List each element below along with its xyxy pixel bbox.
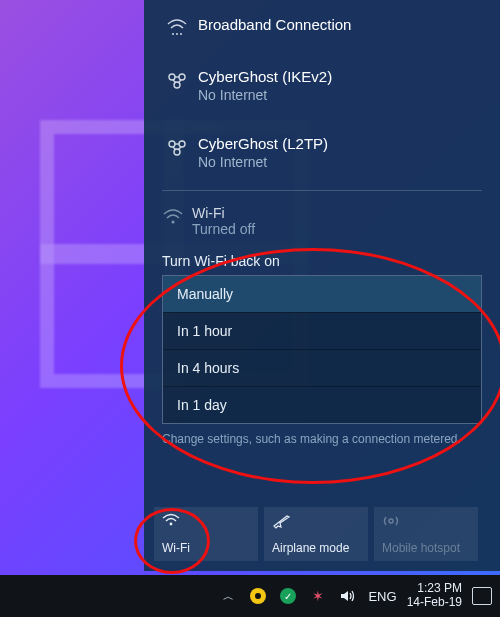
tile-wifi[interactable]: Wi-Fi bbox=[154, 507, 258, 561]
tile-mobile-hotspot[interactable]: Mobile hotspot bbox=[374, 507, 478, 561]
wifi-status-row[interactable]: Wi-Fi Turned off bbox=[144, 195, 500, 241]
svg-point-6 bbox=[169, 141, 175, 147]
svg-point-11 bbox=[389, 519, 393, 523]
wifi-title: Wi-Fi bbox=[192, 205, 255, 221]
svg-point-8 bbox=[174, 149, 180, 155]
hotspot-icon bbox=[382, 513, 470, 529]
svg-point-9 bbox=[172, 221, 175, 224]
vpn-icon bbox=[162, 135, 192, 157]
connection-status: No Internet bbox=[198, 154, 328, 170]
action-center-icon[interactable] bbox=[472, 586, 492, 606]
tile-label: Airplane mode bbox=[272, 541, 360, 555]
turn-wifi-back-on-label: Turn Wi-Fi back on bbox=[144, 241, 500, 275]
tray-app-icon[interactable] bbox=[278, 586, 298, 606]
connection-status: No Internet bbox=[198, 87, 332, 103]
option-1-hour[interactable]: In 1 hour bbox=[163, 312, 481, 349]
option-1-day[interactable]: In 1 day bbox=[163, 386, 481, 423]
wifi-status: Turned off bbox=[192, 221, 255, 237]
vpn-icon bbox=[162, 68, 192, 90]
clock-time: 1:23 PM bbox=[407, 582, 462, 596]
tray-app-icon[interactable] bbox=[248, 586, 268, 606]
connection-name: Broadband Connection bbox=[198, 16, 351, 33]
language-indicator[interactable]: ENG bbox=[368, 589, 396, 604]
tray-app-icon[interactable]: ✶ bbox=[308, 586, 328, 606]
taskbar-clock[interactable]: 1:23 PM 14-Feb-19 bbox=[407, 582, 462, 610]
tile-label: Mobile hotspot bbox=[382, 541, 470, 555]
tile-airplane-mode[interactable]: Airplane mode bbox=[264, 507, 368, 561]
connection-name: CyberGhost (IKEv2) bbox=[198, 68, 332, 85]
settings-hint: Change settings, such as making a connec… bbox=[144, 424, 500, 454]
option-4-hours[interactable]: In 4 hours bbox=[163, 349, 481, 386]
divider bbox=[162, 190, 482, 191]
connection-name: CyberGhost (L2TP) bbox=[198, 135, 328, 152]
wifi-back-on-dropdown[interactable]: Manually In 1 hour In 4 hours In 1 day bbox=[162, 275, 482, 424]
clock-date: 14-Feb-19 bbox=[407, 596, 462, 610]
taskbar: ︿ ✶ ENG 1:23 PM 14-Feb-19 bbox=[0, 575, 500, 617]
tray-overflow-icon[interactable]: ︿ bbox=[218, 586, 238, 606]
svg-point-5 bbox=[174, 82, 180, 88]
volume-icon[interactable] bbox=[338, 586, 358, 606]
connection-item[interactable]: CyberGhost (IKEv2) No Internet bbox=[144, 52, 500, 119]
wifi-off-icon bbox=[162, 205, 192, 225]
quick-action-tiles: Wi-Fi Airplane mode Mobile hotspot bbox=[154, 507, 478, 561]
connection-item[interactable]: Broadband Connection bbox=[144, 0, 500, 52]
svg-point-4 bbox=[179, 74, 185, 80]
svg-point-10 bbox=[170, 523, 173, 526]
airplane-icon bbox=[272, 513, 360, 529]
svg-point-7 bbox=[179, 141, 185, 147]
connection-item[interactable]: CyberGhost (L2TP) No Internet bbox=[144, 119, 500, 186]
option-manually[interactable]: Manually bbox=[163, 276, 481, 312]
svg-point-3 bbox=[169, 74, 175, 80]
tile-label: Wi-Fi bbox=[162, 541, 250, 555]
network-flyout: Broadband Connection CyberGhost (IKEv2) … bbox=[144, 0, 500, 571]
broadband-icon bbox=[162, 16, 192, 36]
wifi-icon bbox=[162, 513, 250, 527]
